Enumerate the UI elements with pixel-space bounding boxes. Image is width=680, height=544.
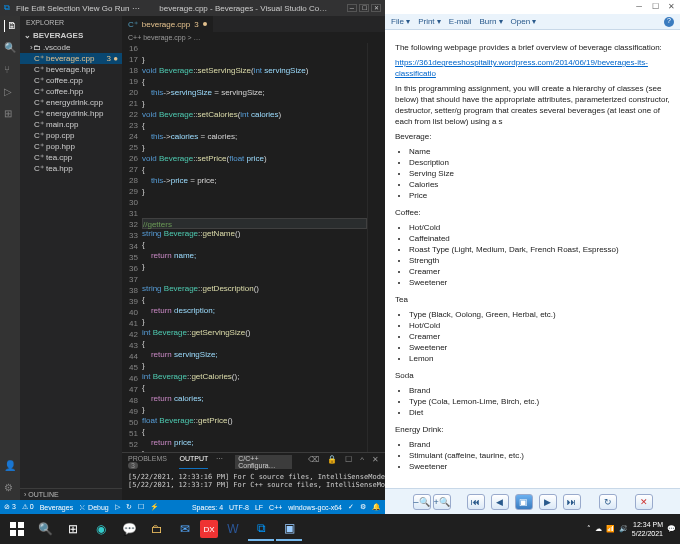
output-content[interactable]: [5/22/2021, 12:33:16 PM] For C source fi…: [122, 471, 385, 491]
toolbar-file[interactable]: File ▾: [391, 17, 410, 26]
tab-problems[interactable]: PROBLEMS 3: [128, 455, 171, 469]
notifications-icon[interactable]: 💬: [667, 525, 676, 533]
status-item[interactable]: Beverages: [40, 504, 73, 511]
first-page-button[interactable]: ⏮: [467, 494, 485, 510]
maximize-button[interactable]: ☐: [359, 4, 369, 12]
clear-output-icon[interactable]: ⌫: [308, 455, 319, 469]
word-icon[interactable]: W: [220, 517, 246, 541]
rotate-button[interactable]: ↻: [599, 494, 617, 510]
file-beverage-cpp[interactable]: C⁺ beverage.cpp3 ●: [20, 53, 122, 64]
mail-icon[interactable]: ✉: [172, 517, 198, 541]
volume-icon[interactable]: 🔊: [619, 525, 628, 533]
status-item[interactable]: ☐: [138, 503, 144, 511]
file-pop-hpp[interactable]: C⁺ pop.hpp: [20, 141, 122, 152]
account-icon[interactable]: 👤: [4, 460, 16, 472]
extensions-icon[interactable]: ⊞: [4, 108, 16, 120]
open-log-icon[interactable]: ☐: [345, 455, 352, 469]
menu-edit[interactable]: Edit: [31, 4, 45, 13]
help-icon[interactable]: ?: [664, 17, 674, 27]
file-energydrink-hpp[interactable]: C⁺ energydrink.hpp: [20, 108, 122, 119]
close-button[interactable]: ✕: [371, 4, 381, 12]
file-pop-cpp[interactable]: C⁺ pop.cpp: [20, 130, 122, 141]
code-lines[interactable]: }void Beverage::setServingSize(int servi…: [142, 43, 367, 452]
minimap[interactable]: [367, 43, 385, 452]
lock-scroll-icon[interactable]: 🔒: [327, 455, 337, 469]
menu-selection[interactable]: Selection: [47, 4, 80, 13]
wifi-icon[interactable]: 📶: [606, 525, 615, 533]
explorer-icon[interactable]: 🗎: [4, 20, 16, 32]
tab-beverage[interactable]: C⁺ beverage.cpp 3: [122, 16, 214, 32]
document-page[interactable]: The following webpage provides a brief o…: [385, 30, 680, 488]
file-beverage-hpp[interactable]: C⁺ beverage.hpp: [20, 64, 122, 75]
classification-link[interactable]: https://361degreeshospitality.wordpress.…: [395, 58, 648, 78]
status-item[interactable]: ⚠ 0: [22, 503, 34, 511]
file--vscode[interactable]: ›🗀 .vscode: [20, 42, 122, 53]
app-icon[interactable]: DX: [200, 520, 218, 538]
file-tea-cpp[interactable]: C⁺ tea.cpp: [20, 152, 122, 163]
toolbar-burn[interactable]: Burn ▾: [479, 17, 502, 26]
start-button[interactable]: [4, 517, 30, 541]
menu-view[interactable]: View: [82, 4, 99, 13]
delete-button[interactable]: ✕: [635, 494, 653, 510]
close-button[interactable]: ✕: [664, 2, 678, 12]
status-item[interactable]: LF: [255, 504, 263, 511]
next-page-button[interactable]: ▶: [539, 494, 557, 510]
status-item[interactable]: 🔔: [372, 503, 381, 511]
menu-more[interactable]: ⋯: [132, 4, 140, 13]
source-control-icon[interactable]: ⑂: [4, 64, 16, 76]
onedrive-icon[interactable]: ☁: [595, 525, 602, 533]
status-item[interactable]: windows-gcc-x64: [288, 504, 342, 511]
zoom-out-button[interactable]: –🔍: [413, 494, 431, 510]
prev-page-button[interactable]: ◀: [491, 494, 509, 510]
chat-icon[interactable]: 💬: [116, 517, 142, 541]
minimize-button[interactable]: ─: [347, 4, 357, 12]
status-item[interactable]: ✓: [348, 503, 354, 511]
clock[interactable]: 12:34 PM 5/22/2021: [632, 520, 663, 538]
maximize-button[interactable]: ☐: [648, 2, 662, 12]
explorer-icon[interactable]: 🗀: [144, 517, 170, 541]
outline-header[interactable]: › OUTLINE: [20, 488, 122, 500]
menu-file[interactable]: File: [16, 4, 29, 13]
status-item[interactable]: C++: [269, 504, 282, 511]
edge-icon[interactable]: ◉: [88, 517, 114, 541]
status-item[interactable]: UTF-8: [229, 504, 249, 511]
file-tea-hpp[interactable]: C⁺ tea.hpp: [20, 163, 122, 174]
code-editor[interactable]: 1617181920212223242526272829303132333435…: [122, 43, 385, 452]
last-page-button[interactable]: ⏭: [563, 494, 581, 510]
breadcrumb[interactable]: C++ beverage.cpp > …: [122, 32, 385, 43]
chevron-up-icon[interactable]: ˄: [587, 525, 591, 533]
system-tray[interactable]: ˄ ☁ 📶 🔊 12:34 PM 5/22/2021 💬: [587, 520, 676, 538]
file-coffee-cpp[interactable]: C⁺ coffee.cpp: [20, 75, 122, 86]
debug-icon[interactable]: ▷: [4, 86, 16, 98]
folder-header[interactable]: ⌄BEVERAGES: [20, 29, 122, 42]
search-button[interactable]: 🔍: [32, 517, 58, 541]
output-channel-select[interactable]: C/C++ Configura…: [235, 455, 292, 469]
close-panel-icon[interactable]: ✕: [372, 455, 379, 469]
gallery-taskbar-icon[interactable]: ▣: [276, 517, 302, 541]
status-item[interactable]: Spaces: 4: [192, 504, 223, 511]
slideshow-button[interactable]: ▣: [515, 494, 533, 510]
file-main-cpp[interactable]: C⁺ main.cpp: [20, 119, 122, 130]
status-item[interactable]: ⚙: [360, 503, 366, 511]
search-icon[interactable]: 🔍: [4, 42, 16, 54]
toolbar-e-mail[interactable]: E-mail: [449, 17, 472, 26]
tab-output[interactable]: OUTPUT: [179, 455, 208, 469]
status-item[interactable]: ⛌ Debug: [79, 504, 109, 511]
menu-go[interactable]: Go: [102, 4, 113, 13]
file-coffee-hpp[interactable]: C⁺ coffee.hpp: [20, 86, 122, 97]
toolbar-open[interactable]: Open ▾: [511, 17, 537, 26]
status-item[interactable]: ↻: [126, 503, 132, 511]
menu-run[interactable]: Run: [115, 4, 130, 13]
zoom-in-button[interactable]: +🔍: [433, 494, 451, 510]
maximize-panel-icon[interactable]: ^: [360, 455, 364, 469]
task-view-button[interactable]: ⊞: [60, 517, 86, 541]
toolbar-print[interactable]: Print ▾: [418, 17, 441, 26]
status-item[interactable]: ⚡: [150, 503, 159, 511]
status-item[interactable]: ▷: [115, 503, 120, 511]
tab-more[interactable]: ⋯: [216, 455, 223, 469]
vscode-taskbar-icon[interactable]: ⧉: [248, 517, 274, 541]
file-energydrink-cpp[interactable]: C⁺ energydrink.cpp: [20, 97, 122, 108]
minimize-button[interactable]: ─: [632, 2, 646, 12]
settings-icon[interactable]: ⚙: [4, 482, 16, 494]
status-item[interactable]: ⊘ 3: [4, 503, 16, 511]
